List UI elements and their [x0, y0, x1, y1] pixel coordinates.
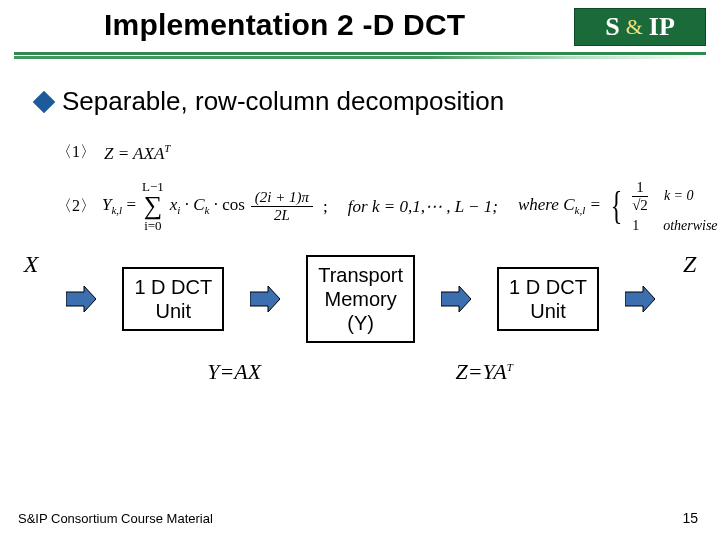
case2-cond: otherwise [663, 219, 717, 233]
equation-2: 〈2〉 Yk,l = L−1 ∑ i=0 xi · Ck · cos (2i +… [56, 180, 720, 233]
eq1-sup: T [164, 142, 170, 154]
case1-den: √2 [632, 197, 648, 213]
eq1-body: Z = AXA [104, 144, 164, 163]
logo-s: S [605, 12, 619, 42]
box2-line1: Transport [318, 263, 403, 287]
frac-den: 2L [274, 207, 290, 223]
eq2-where: where C [518, 195, 575, 214]
box1-line2: Unit [134, 299, 212, 323]
eq2-ck-sub: k [205, 204, 210, 216]
eq2-cases: 1 √2 k = 0 1 otherwise [632, 180, 717, 233]
eq2-for: for k = 0,1,⋯ , L − 1; [348, 198, 498, 215]
label-x: X [24, 251, 39, 278]
case1-num: 1 [632, 180, 648, 197]
left-brace-icon: { [611, 186, 623, 226]
divider [14, 52, 706, 60]
equation-1: 〈1〉 Z = AXAT [56, 143, 720, 162]
eq2-y-sub: k,l [111, 204, 122, 216]
eq1-tag: 〈1〉 [56, 144, 96, 160]
under-label-2: Z=YAT [455, 359, 512, 385]
footer-text: S&IP Consortium Course Material [18, 511, 213, 526]
box2-line3: (Y) [318, 311, 403, 335]
eq2-ck: C [193, 195, 204, 214]
case1-frac: 1 √2 [632, 180, 648, 213]
logo-ip: IP [649, 12, 675, 42]
arrow-icon [66, 286, 96, 312]
logo: S & IP [574, 8, 706, 46]
eq2-cos: cos [222, 195, 245, 214]
sigma-icon: L−1 ∑ i=0 [142, 180, 164, 232]
svg-marker-1 [250, 286, 280, 312]
eq2-equals: = [585, 195, 601, 214]
arrow-icon [441, 286, 471, 312]
frac-num: (2i + 1)π [251, 190, 313, 207]
eq2-tag: 〈2〉 [56, 198, 96, 214]
arrow-icon [625, 286, 655, 312]
eq2-xi-sub: i [177, 204, 180, 216]
under-label-1: Y=AX [207, 359, 261, 385]
equations: 〈1〉 Z = AXAT 〈2〉 Yk,l = L−1 ∑ i=0 xi · C… [56, 143, 720, 233]
slide-title: Implementation 2 -D DCT [14, 8, 465, 42]
header: Implementation 2 -D DCT S & IP [0, 0, 720, 46]
eq2-fraction: (2i + 1)π 2L [251, 190, 313, 223]
box1-line1: 1 D DCT [134, 275, 212, 299]
svg-marker-3 [625, 286, 655, 312]
logo-amp: & [626, 16, 643, 38]
eq2-where-sub: k,l [575, 204, 586, 216]
slide: Implementation 2 -D DCT S & IP Separable… [0, 0, 720, 540]
block-diagram: X 1 D DCT Unit Transport Memory (Y) 1 D … [0, 255, 720, 343]
case1-cond: k = 0 [664, 189, 694, 203]
box3-line1: 1 D DCT [509, 275, 587, 299]
box-1d-dct-2: 1 D DCT Unit [497, 267, 599, 331]
label-z: Z [683, 251, 696, 278]
box2-line2: Memory [318, 287, 403, 311]
box-1d-dct-1: 1 D DCT Unit [122, 267, 224, 331]
page-number: 15 [682, 510, 698, 526]
svg-marker-0 [66, 286, 96, 312]
bullet-line: Separable, row-column decomposition [36, 86, 720, 117]
sigma-lower: i=0 [144, 219, 161, 232]
arrow-icon [250, 286, 280, 312]
box-transport-memory: Transport Memory (Y) [306, 255, 415, 343]
diamond-bullet-icon [33, 90, 56, 113]
bullet-text: Separable, row-column decomposition [62, 86, 504, 117]
diagram-under-labels: Y=AX Z=YAT [0, 359, 720, 385]
svg-marker-2 [441, 286, 471, 312]
box3-line2: Unit [509, 299, 587, 323]
case2-val: 1 [632, 219, 639, 233]
